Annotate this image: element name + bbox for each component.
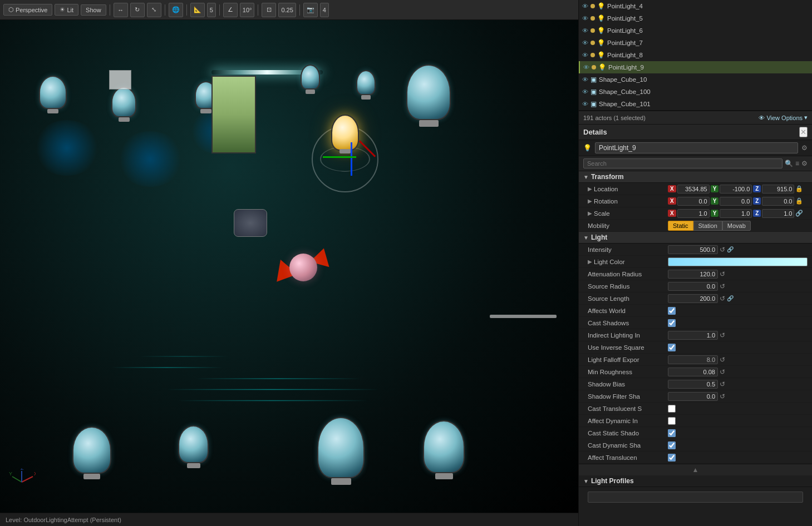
- perspective-button[interactable]: ⬡ Perspective: [3, 4, 52, 16]
- camera-button[interactable]: 📷: [303, 3, 318, 17]
- outliner-item-pointlight_6[interactable]: 👁💡PointLight_6: [579, 24, 812, 37]
- intensity-reset-icon[interactable]: ↺: [720, 246, 725, 254]
- scale-snap-button[interactable]: ⊡: [262, 3, 276, 17]
- min-roughness-input[interactable]: [668, 368, 718, 376]
- attenuation-input[interactable]: [668, 270, 718, 279]
- min-roughness-reset-icon[interactable]: ↺: [720, 368, 725, 376]
- outliner-item-pointlight_9[interactable]: 👁💡PointLight_9: [579, 61, 812, 73]
- bulb-front-left-1: [72, 426, 111, 479]
- use-inverse-square-checkbox[interactable]: [668, 344, 676, 351]
- outliner-item-pointlight_5[interactable]: 👁💡PointLight_5: [579, 12, 812, 24]
- outliner-item-shape_cube_10[interactable]: 👁▣Shape_Cube_10: [579, 73, 812, 86]
- viewport-canvas[interactable]: X Y Z: [0, 20, 578, 513]
- view-options-button[interactable]: 👁 View Options ▾: [759, 114, 808, 121]
- cube-icon: ▣: [590, 100, 597, 108]
- scale-z-input[interactable]: [762, 209, 794, 218]
- show-button[interactable]: Show: [81, 4, 106, 16]
- source-length-input[interactable]: [668, 294, 718, 303]
- light-profiles-input[interactable]: [588, 492, 803, 503]
- snap-button[interactable]: 📐: [190, 3, 205, 17]
- outliner-item-pointlight_4[interactable]: 👁💡PointLight_4: [579, 0, 812, 12]
- indirect-lighting-input[interactable]: [668, 331, 718, 340]
- rotation-x-input[interactable]: [677, 197, 710, 206]
- cast-dynamic-checkbox[interactable]: [668, 441, 676, 449]
- location-x-label: X: [668, 185, 676, 192]
- rotation-z-label: Z: [753, 197, 761, 205]
- light-indicator-dot: [590, 16, 595, 21]
- affect-dynamic-checkbox[interactable]: [668, 417, 676, 425]
- eye-icon[interactable]: 👁: [583, 64, 589, 71]
- light-color-label: Light Color: [594, 259, 625, 265]
- list-view-button[interactable]: ≡: [795, 160, 799, 167]
- view-count[interactable]: 4: [320, 3, 329, 17]
- details-close-button[interactable]: ✕: [799, 127, 808, 137]
- search-input[interactable]: [583, 158, 783, 168]
- view-options-label: View Options: [766, 115, 803, 121]
- attenuation-reset-icon[interactable]: ↺: [720, 270, 725, 278]
- rotation-y-input[interactable]: [720, 197, 752, 206]
- snap-value-5[interactable]: 5: [207, 3, 216, 17]
- light-color-swatch[interactable]: [668, 257, 808, 266]
- shadow-filter-input[interactable]: [668, 392, 718, 401]
- filter-button[interactable]: ⚙: [801, 160, 808, 167]
- outliner-item-pointlight_7[interactable]: 👁💡PointLight_7: [579, 37, 812, 49]
- source-radius-reset-icon[interactable]: ↺: [720, 282, 725, 290]
- angle-value[interactable]: 10°: [240, 3, 255, 17]
- source-radius-input[interactable]: [668, 282, 718, 291]
- source-length-reset-icon[interactable]: ↺: [720, 295, 725, 302]
- eye-icon[interactable]: 👁: [582, 101, 588, 107]
- cast-translucent-checkbox[interactable]: [668, 405, 676, 413]
- eye-icon[interactable]: 👁: [582, 3, 588, 9]
- intensity-input[interactable]: [668, 245, 718, 254]
- location-xyz: X Y Z 🔒: [668, 185, 803, 193]
- scale-tool-button[interactable]: ⤡: [147, 3, 161, 17]
- rotation-z-input[interactable]: [762, 197, 794, 206]
- cast-shadows-checkbox[interactable]: [668, 319, 676, 327]
- location-y-input[interactable]: [720, 185, 752, 193]
- affect-translucent-checkbox[interactable]: [668, 454, 676, 462]
- angle-snap-button[interactable]: ∠: [223, 3, 238, 17]
- outliner-item-pointlight_8[interactable]: 👁💡PointLight_8: [579, 49, 812, 61]
- eye-icon[interactable]: 👁: [582, 52, 588, 58]
- search-button[interactable]: 🔍: [785, 160, 793, 167]
- shadow-bias-reset-icon[interactable]: ↺: [720, 380, 725, 388]
- outliner-item-shape_cube_100[interactable]: 👁▣Shape_Cube_100: [579, 86, 812, 98]
- eye-icon[interactable]: 👁: [582, 15, 588, 22]
- lit-button[interactable]: ☀ Lit: [55, 4, 78, 16]
- mobility-static-button[interactable]: Static: [668, 221, 693, 231]
- mobility-stationary-button[interactable]: Station: [693, 221, 722, 231]
- toolbar-separator-6: [299, 4, 300, 16]
- eye-icon[interactable]: 👁: [582, 76, 588, 83]
- affects-world-checkbox[interactable]: [668, 307, 676, 315]
- attenuation-row: Attenuation Radius ↺: [579, 268, 812, 280]
- shadow-bias-input[interactable]: [668, 380, 718, 389]
- indirect-lighting-reset-icon[interactable]: ↺: [720, 331, 725, 339]
- rotation-lock-icon[interactable]: 🔒: [795, 197, 803, 205]
- perspective-label: Perspective: [16, 7, 47, 13]
- eye-icon[interactable]: 👁: [582, 88, 588, 95]
- actor-name-input[interactable]: [595, 142, 798, 153]
- transform-section-header[interactable]: ▼ Transform: [579, 171, 812, 183]
- eye-icon[interactable]: 👁: [582, 39, 588, 46]
- cast-static-checkbox[interactable]: [668, 429, 676, 437]
- light-section-header[interactable]: ▼ Light: [579, 232, 812, 244]
- scale-value[interactable]: 0.25: [278, 3, 296, 17]
- scale-x-input[interactable]: [677, 209, 710, 218]
- location-lock-icon[interactable]: 🔒: [795, 185, 803, 192]
- light-falloff-input[interactable]: [668, 355, 718, 364]
- scale-link-icon[interactable]: 🔗: [795, 210, 803, 217]
- location-z-input[interactable]: [762, 185, 794, 193]
- light-profiles-section-header[interactable]: ▼ Light Profiles: [579, 475, 812, 487]
- scale-y-input[interactable]: [720, 209, 752, 218]
- outliner[interactable]: 👁💡PointLight_4👁💡PointLight_5👁💡PointLight…: [579, 0, 812, 111]
- translate-tool-button[interactable]: ↔: [114, 3, 128, 17]
- world-space-button[interactable]: 🌐: [169, 3, 183, 17]
- outliner-item-shape_cube_101[interactable]: 👁▣Shape_Cube_101: [579, 98, 812, 110]
- mobility-movable-button[interactable]: Movab: [722, 221, 751, 231]
- light-falloff-reset-icon[interactable]: ↺: [720, 356, 725, 364]
- location-x-input[interactable]: [677, 185, 710, 193]
- rotate-tool-button[interactable]: ↻: [130, 3, 145, 17]
- bulb-back-4: [301, 64, 320, 94]
- shadow-filter-reset-icon[interactable]: ↺: [720, 393, 725, 400]
- eye-icon[interactable]: 👁: [582, 27, 588, 34]
